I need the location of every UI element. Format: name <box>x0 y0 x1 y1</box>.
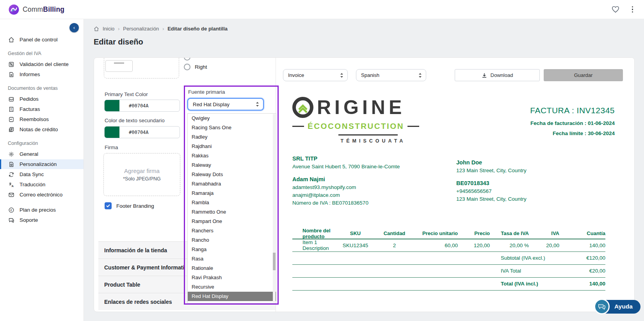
secondary-color-input[interactable]: #00704A <box>104 126 180 138</box>
font-option[interactable]: Rasa <box>188 254 276 264</box>
cell-vat-rate: 20,00 % <box>490 243 529 248</box>
font-option[interactable]: Raleway <box>188 160 276 170</box>
sidebar-item-correo-electronico[interactable]: Correo electrónico <box>0 190 84 200</box>
col-header: Cuantía <box>559 230 605 236</box>
buyer-address2: 123 Main Street, City, Country <box>456 196 527 202</box>
invoice-logo: RIGINE ÉCOCONSTRUCTION TÉMISCOUATA <box>292 97 445 144</box>
sidebar-item-reembolsos[interactable]: Reembolsos <box>0 114 84 124</box>
font-annotation-highlight: Fuente primaria Red Hat Display Qwigley … <box>184 86 279 305</box>
col-header: IVA <box>529 230 559 236</box>
sidebar-item-traduccion[interactable]: A Traducción <box>0 180 84 189</box>
sidebar-item-label: General <box>20 151 38 157</box>
download-button[interactable]: Download <box>455 69 540 81</box>
footer-branding-option[interactable]: Footer Branding <box>105 202 154 209</box>
alignment-option-right[interactable]: Right <box>184 64 207 70</box>
help-button[interactable]: Ayuda <box>594 299 640 314</box>
buyer-phone: +94565656567 <box>456 188 527 194</box>
select-arrows-icon <box>256 102 259 107</box>
favorite-heart-icon[interactable] <box>612 6 619 13</box>
sidebar-item-label: Validación del cliente <box>20 61 69 67</box>
sidebar-item-data-sync[interactable]: Data Sync <box>0 169 84 179</box>
font-option[interactable]: Ranchers <box>188 226 276 235</box>
invoice-number: FACTURA : INV12345 <box>530 106 615 115</box>
breadcrumb-home-icon[interactable] <box>94 26 99 32</box>
sidebar-item-pedidos[interactable]: Pedidos <box>0 94 84 104</box>
signature-label: Firma <box>105 144 118 150</box>
font-option[interactable]: Rancho <box>188 235 276 245</box>
sidebar-item-general[interactable]: General <box>0 149 84 159</box>
signature-upload-box[interactable]: Agregar firma *Solo JPEG/PNG <box>103 153 180 196</box>
font-option[interactable]: Rammetto One <box>188 207 276 217</box>
font-option[interactable]: Radley <box>188 132 276 142</box>
font-option[interactable]: Rakkas <box>188 151 276 160</box>
app-logo[interactable]: CommBilling <box>9 4 64 15</box>
breadcrumb-section[interactable]: Personalización <box>123 26 159 32</box>
logo-upload-box[interactable] <box>104 57 179 78</box>
font-option[interactable]: Rajdhani <box>188 142 276 151</box>
secondary-color-swatch[interactable] <box>105 127 119 138</box>
font-option-selected[interactable]: Red Hat Display <box>188 292 276 301</box>
sidebar-item-panel-de-control[interactable]: Panel de control <box>0 35 84 45</box>
save-button[interactable]: Guardar <box>544 69 623 81</box>
more-options-icon[interactable] <box>630 5 636 14</box>
logo-subtitle: ÉCOCONSTRUCTION <box>308 121 404 131</box>
report-icon <box>8 71 14 78</box>
sidebar-item-informes[interactable]: Informes <box>0 70 84 79</box>
page-title: Editar diseño <box>94 37 644 46</box>
primary-color-input[interactable]: #00704A <box>104 100 180 112</box>
language-select[interactable]: Spanish <box>356 69 426 81</box>
font-option[interactable]: Qwigley <box>188 114 276 123</box>
main-area: Inicio › Personalización › Editar diseño… <box>84 19 644 321</box>
sidebar: Panel de control Gestión del IVA Validac… <box>0 19 84 321</box>
logo-thumbnail <box>105 60 133 72</box>
col-header: Precio <box>458 230 490 236</box>
select-arrows-icon <box>340 73 343 78</box>
signature-hint: *Solo JPEG/PNG <box>123 176 161 182</box>
breadcrumb-home[interactable]: Inicio <box>103 26 114 32</box>
logo-chevron-icon <box>292 97 313 118</box>
product-table: Nombre del producto SKU Cantidad Precio … <box>292 228 615 291</box>
download-icon <box>482 73 487 78</box>
invoice-issue-date: Fecha de facturación : 01-06-2024 <box>530 120 615 126</box>
breadcrumb-separator: › <box>162 26 164 32</box>
font-option[interactable]: Ranga <box>188 245 276 254</box>
buyer-block: John Doe 123 Main Street, City, Country … <box>456 155 527 206</box>
font-option[interactable]: Rambla <box>188 198 276 207</box>
scrollbar-thumb[interactable] <box>273 253 276 270</box>
sidebar-collapse-button[interactable]: ‹ <box>69 23 79 32</box>
logo-tagline: TÉMISCOUATA <box>302 138 445 144</box>
language-value: Spanish <box>361 72 379 78</box>
invoice-icon: € <box>8 106 14 112</box>
list-scrollbar[interactable] <box>273 114 276 303</box>
sidebar-item-personalizacion[interactable]: Personalización <box>0 159 84 169</box>
sidebar-item-notas-de-credito[interactable]: Notas de crédito <box>0 125 84 134</box>
font-option[interactable]: Raleway Dots <box>188 170 276 179</box>
sidebar-item-plan-de-precios[interactable]: € Plan de precios <box>0 205 84 215</box>
select-arrows-icon <box>418 73 422 78</box>
sidebar-item-label: Reembolsos <box>20 116 49 122</box>
checkbox-checked-icon[interactable] <box>105 202 112 209</box>
font-option[interactable]: Ramaraja <box>188 189 276 198</box>
col-header: Cantidad <box>376 230 413 236</box>
font-option[interactable]: Racing Sans One <box>188 123 276 132</box>
cell-amount: 140,00 <box>559 243 605 248</box>
font-option[interactable]: Rationale <box>188 264 276 273</box>
contact-vat: Número de IVA : BE0701836570 <box>292 200 456 206</box>
document-type-select[interactable]: Invoice <box>283 69 348 81</box>
radio-icon[interactable] <box>184 64 190 70</box>
sidebar-item-facturas[interactable]: € Facturas <box>0 104 84 114</box>
primary-font-select[interactable]: Red Hat Display <box>187 98 264 111</box>
svg-text:€: € <box>10 208 12 212</box>
alignment-radio-partial[interactable] <box>184 57 190 61</box>
font-option[interactable]: Rampart One <box>188 217 276 226</box>
home-icon <box>8 36 14 43</box>
font-option[interactable]: Recursive <box>188 282 276 292</box>
subtotal-value: €120,00 <box>559 255 605 261</box>
sidebar-item-soporte[interactable]: Soporte <box>0 215 84 225</box>
logo-dash <box>292 126 304 127</box>
primary-color-swatch[interactable] <box>105 100 119 111</box>
sidebar-item-validacion-del-cliente[interactable]: Validación del cliente <box>0 59 84 69</box>
font-option[interactable]: Ramabhadra <box>188 179 276 189</box>
sidebar-group-documentos-ventas: Documentos de ventas <box>0 79 84 94</box>
font-option[interactable]: Ravi Prakash <box>188 273 276 282</box>
